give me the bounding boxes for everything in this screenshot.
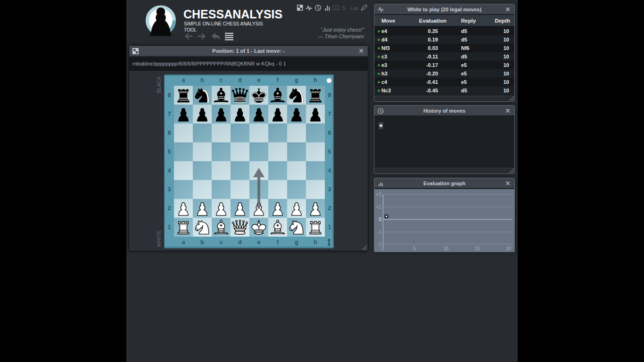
- svg-text:15: 15: [475, 246, 480, 251]
- svg-text:+2: +2: [376, 192, 382, 197]
- svg-text:S: S: [342, 5, 346, 11]
- svg-text:5: 5: [413, 246, 416, 251]
- svg-text:+1: +1: [376, 205, 382, 210]
- svg-text:0: 0: [379, 217, 381, 222]
- svg-text:0: 0: [381, 246, 384, 251]
- svg-text:-2: -2: [377, 242, 381, 247]
- svg-text:Lc0: Lc0: [351, 6, 358, 11]
- svg-text:10: 10: [443, 246, 449, 251]
- svg-text:-1: -1: [377, 230, 381, 235]
